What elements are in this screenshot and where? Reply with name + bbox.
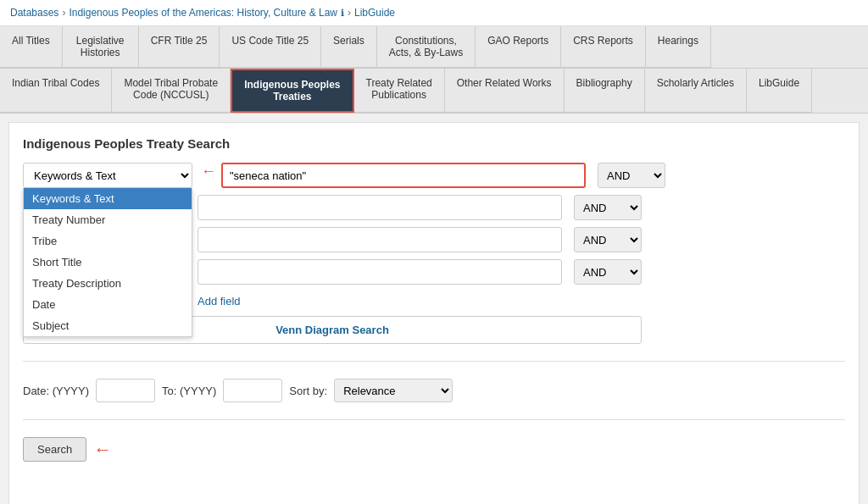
tab-other-related-works[interactable]: Other Related Works <box>445 69 565 113</box>
search-arrow-indicator: ← <box>93 439 112 461</box>
bool-select-3[interactable]: ANDORNOT <box>574 227 642 252</box>
search-row-3: ANDORNOT <box>198 227 845 252</box>
search-input-3[interactable] <box>198 227 562 252</box>
search-row-2: ANDORNOT <box>198 195 845 220</box>
tab-treaty-related-publications[interactable]: Treaty RelatedPublications <box>354 69 445 113</box>
tab-hearings[interactable]: Hearings <box>646 26 711 68</box>
tab-all-titles[interactable]: All Titles <box>0 26 63 68</box>
tab-us-code-title-25[interactable]: US Code Title 25 <box>220 26 321 68</box>
breadcrumb-libguide-title[interactable]: Indigenous Peoples of the Americas: Hist… <box>69 7 337 19</box>
dropdown-option-keywords-text[interactable]: Keywords & Text <box>24 188 192 209</box>
date-to-label: To: (YYYY) <box>162 385 216 397</box>
tab-cfr-title-25[interactable]: CFR Title 25 <box>139 26 220 68</box>
search-button-row: Search ← <box>23 437 845 462</box>
dropdown-option-date[interactable]: Date <box>24 294 192 315</box>
date-from-label: Date: (YYYY) <box>23 385 89 397</box>
sort-select[interactable]: Relevance Date Title <box>334 379 453 402</box>
tab-row-1: All Titles LegislativeHistories CFR Titl… <box>0 26 868 69</box>
page-title: Indigenous Peoples Treaty Search <box>23 136 845 151</box>
tab-crs-reports[interactable]: CRS Reports <box>561 26 646 68</box>
search-input-1[interactable] <box>221 163 586 188</box>
tab-legislative-histories[interactable]: LegislativeHistories <box>63 26 139 68</box>
search-input-4[interactable] <box>198 259 562 285</box>
breadcrumb: Databases › Indigenous Peoples of the Am… <box>0 0 868 26</box>
field-select-1-container: Keywords & Text Treaty Number Tribe Shor… <box>23 163 192 188</box>
tab-serials[interactable]: Serials <box>321 26 377 68</box>
tab-libguide[interactable]: LibGuide <box>747 69 812 113</box>
tab-indigenous-peoples-treaties[interactable]: Indigenous PeoplesTreaties <box>231 69 353 113</box>
add-field-link[interactable]: Add field <box>198 295 241 307</box>
tab-row-2: Indian Tribal Codes Model Tribal Probate… <box>0 69 868 114</box>
bool-select-2[interactable]: ANDORNOT <box>574 195 642 220</box>
bool-select-4[interactable]: ANDORNOT <box>574 259 642 285</box>
divider-1 <box>23 361 845 362</box>
field-select-1[interactable]: Keywords & Text Treaty Number Tribe Shor… <box>23 163 192 188</box>
breadcrumb-libguide[interactable]: LibGuide <box>354 7 395 19</box>
dropdown-option-short-title[interactable]: Short Title <box>24 252 192 273</box>
breadcrumb-databases[interactable]: Databases <box>10 7 58 19</box>
info-icon: ℹ <box>341 8 344 19</box>
tab-scholarly-articles[interactable]: Scholarly Articles <box>645 69 747 113</box>
dropdown-option-subject[interactable]: Subject <box>24 315 192 336</box>
tab-rows: All Titles LegislativeHistories CFR Titl… <box>0 26 868 114</box>
tab-constitutions[interactable]: Constitutions,Acts, & By-Laws <box>377 26 476 68</box>
dropdown-option-tribe[interactable]: Tribe <box>24 230 192 252</box>
tab-indian-tribal-codes[interactable]: Indian Tribal Codes <box>0 69 112 113</box>
search-input-2[interactable] <box>198 195 562 220</box>
tab-bibliography[interactable]: Bibliography <box>565 69 645 113</box>
date-from-input[interactable] <box>96 379 155 402</box>
dropdown-arrow-indicator: ← <box>201 163 216 180</box>
dropdown-option-treaty-description[interactable]: Treaty Description <box>24 273 192 294</box>
bool-select-1[interactable]: AND OR NOT <box>598 163 665 188</box>
search-button[interactable]: Search <box>23 437 86 462</box>
tab-model-tribal[interactable]: Model Tribal ProbateCode (NCCUSL) <box>112 69 231 113</box>
sort-label: Sort by: <box>289 385 327 397</box>
field-dropdown-open: Keywords & Text Treaty Number Tribe Shor… <box>23 188 192 337</box>
main-content: Indigenous Peoples Treaty Search Keyword… <box>8 122 860 504</box>
divider-2 <box>23 419 845 420</box>
date-row: Date: (YYYY) To: (YYYY) Sort by: Relevan… <box>23 379 845 402</box>
search-row-4: ANDORNOT <box>198 259 845 285</box>
tab-gao-reports[interactable]: GAO Reports <box>476 26 561 68</box>
date-to-input[interactable] <box>223 379 282 402</box>
dropdown-option-treaty-number[interactable]: Treaty Number <box>24 209 192 230</box>
